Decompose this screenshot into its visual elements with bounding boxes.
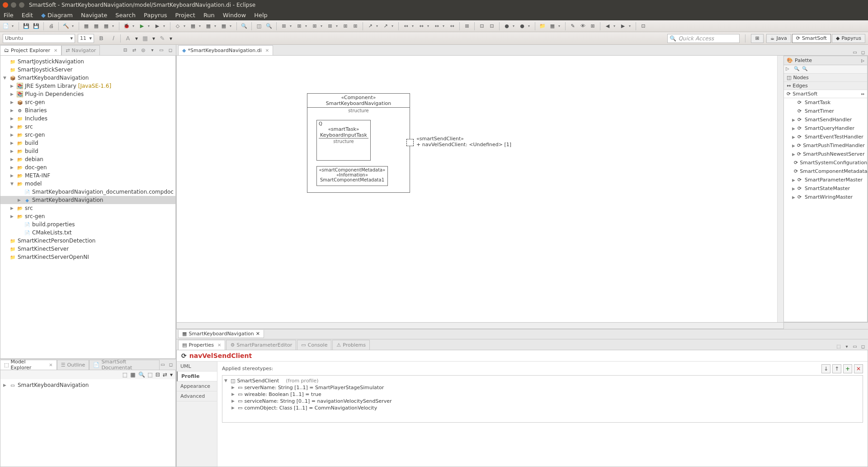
palette-item[interactable]: ⟳SmartSystemConfiguration [784,158,867,167]
tbtn[interactable]: 🔍 [138,372,145,378]
build-button[interactable]: 🔨 [62,22,70,30]
props-tab-uml[interactable]: UML [177,362,217,372]
toolbar-button[interactable]: ⬚ [835,343,842,350]
tbtn[interactable]: ⬚ [123,372,127,378]
toolbar-button[interactable]: ↔ [433,22,441,30]
tree-row[interactable]: 📄CMakeLists.txt [0,229,175,237]
toolbar-button[interactable]: 👁 [579,22,587,30]
minimize-button[interactable]: ▭ [160,362,166,368]
model-explorer-tab[interactable]: ⬚ Model Explorer ✕ [0,360,57,370]
toolbar-button[interactable]: ⊡ [478,22,486,30]
window-maximize-button[interactable] [19,2,24,8]
zoom-button[interactable]: 🔍 [265,22,273,30]
toolbar-button[interactable]: ⊞ [326,22,334,30]
tbtn[interactable]: ▦ [130,372,135,378]
toolbar-button[interactable]: ⊞ [280,22,288,30]
save-button[interactable]: 💾 [22,22,30,30]
palette-item[interactable]: ⟳SmartComponentMetadata [784,167,867,176]
smartsoft-doc-tab[interactable]: 📄 SmartSoft Documentat [89,360,160,370]
palette-item[interactable]: ⟳SmartTask [784,98,867,107]
bold-button[interactable]: B [97,34,106,43]
toolbar-button[interactable]: ⊞ [351,22,359,30]
forward-button[interactable]: ▶ [619,22,627,30]
toolbar-button[interactable]: ▦ [82,22,90,30]
tbtn[interactable]: ⬚ [148,372,153,378]
palette-item[interactable]: ▶⟳SmartWiringMaster [784,193,867,201]
tree-row[interactable]: ▶📂src [0,123,175,131]
console-tab[interactable]: ▭ Console [297,340,331,350]
move-up-button[interactable]: ↑ [832,364,841,373]
tree-row[interactable]: ▶📁Includes [0,114,175,123]
delete-button[interactable]: ✕ [854,364,863,373]
ext-tools-button[interactable]: ▶ [153,22,161,30]
diagram-tab[interactable]: ▦ SmartKeyboardNavigation ✕ [178,330,264,338]
minimize-button[interactable]: ▭ [158,47,165,54]
tree-row[interactable]: ▶◆SmartKeyboardNavigation [0,196,175,204]
toolbar-button[interactable]: ✎ [569,22,577,30]
stereotype-property-row[interactable]: ▶▭wireable: Boolean [1..1] = true [224,391,861,398]
scrollbar-vertical[interactable] [777,56,783,322]
font-combo[interactable]: Ubuntu▾ [3,34,75,43]
tree-row[interactable]: ▶📦src-gen [0,98,175,106]
maximize-button[interactable]: ◻ [860,343,866,350]
maximize-button[interactable]: ◻ [167,47,174,54]
close-icon[interactable]: ✕ [217,343,221,348]
font-color-button[interactable]: A [123,34,132,43]
tree-row[interactable]: 📁SmartJoystickNavigation [0,57,175,66]
toolbar-button[interactable]: ⊞ [589,22,597,30]
palette-item[interactable]: ▶⟳SmartParameterMaster [784,176,867,184]
menu-project[interactable]: Project [175,12,195,19]
menu-window[interactable]: Window [223,12,246,19]
toolbar-button[interactable]: ◫ [255,22,263,30]
save-all-button[interactable]: 💾 [32,22,40,30]
uml-component[interactable]: «Component» SmartKeyboardNavigation stru… [307,93,410,193]
search-button[interactable]: 🔍 [240,22,248,30]
tree-row[interactable]: 📁SmartJoystickServer [0,66,175,74]
toolbar-button[interactable]: ⊞ [311,22,319,30]
tbtn[interactable]: ⊟ [156,372,160,378]
tree-row[interactable]: 📁SmartKinectPersonDetection [0,237,175,245]
palette-item[interactable]: ▶⟳SmartPushNewestServer [784,150,867,158]
menu-papyrus[interactable]: Papyrus [144,12,167,19]
focus-button[interactable]: ◎ [140,47,147,54]
tree-row[interactable]: ▶📂src-gen [0,212,175,220]
quick-access-input[interactable]: 🔍 Quick Access [667,34,740,43]
toolbar-button[interactable]: ▦ [548,22,557,30]
menu-file[interactable]: File [4,12,14,19]
close-icon[interactable]: ✕ [265,48,269,53]
collapse-all-button[interactable]: ⊟ [122,47,129,54]
menu-run[interactable]: Run [203,12,215,19]
toolbar-button[interactable]: ▦ [204,22,212,30]
menu-navigate[interactable]: Navigate [81,12,107,19]
tree-row[interactable]: 📁SmartKinectServer [0,245,175,253]
toolbar-button[interactable]: ▦ [220,22,228,30]
palette-item[interactable]: ▶⟳SmartSendHandler [784,115,867,124]
toolbar-button[interactable]: ⊞ [295,22,303,30]
palette-item[interactable]: ▶⟳SmartPushTimedHandler [784,141,867,150]
toolbar-button[interactable]: ⊡ [639,22,647,30]
outline-tab[interactable]: ☰ Outline [57,360,90,370]
menu-diagram[interactable]: ◆ Diagram [41,12,73,19]
move-down-button[interactable]: ↓ [821,364,830,373]
toolbar-button[interactable]: ● [518,22,526,30]
properties-tab[interactable]: ▤ Properties ✕ [178,340,225,350]
window-minimize-button[interactable] [11,2,16,8]
perspective-smartsoft[interactable]: ⟳SmartSoft [792,34,831,43]
editor-tab[interactable]: ◆ *SmartKeyboardNavigation.di ✕ [178,45,273,55]
close-icon[interactable]: ✕ [49,362,52,367]
view-menu-button[interactable]: ▾ [844,343,850,350]
back-button[interactable]: ◀ [604,22,612,30]
italic-button[interactable]: I [108,34,118,43]
scrollbar-horizontal[interactable] [176,323,784,329]
open-perspective-button[interactable]: ⊞ [751,34,763,43]
perspective-papyrus[interactable]: ◆Papyrus [832,34,865,43]
toolbar-button[interactable]: ↔ [417,22,425,30]
tree-row[interactable]: ▶ ▭ SmartKeyboardNavigation [0,381,175,389]
tbtn[interactable]: ⇄ [163,372,167,378]
stereotype-property-row[interactable]: ▶▭commObject: Class [1..1] = CommNavigat… [224,405,861,411]
palette-item[interactable]: ▶⟳SmartQueryHandler [784,124,867,133]
palette-group-smartsoft[interactable]: ⟳ SmartSoft ⇔ [784,90,867,98]
palette-section-nodes[interactable]: ◫ Nodes [784,74,867,82]
palette-item[interactable]: ⟳SmartTimer [784,107,867,115]
window-close-button[interactable] [3,2,8,8]
